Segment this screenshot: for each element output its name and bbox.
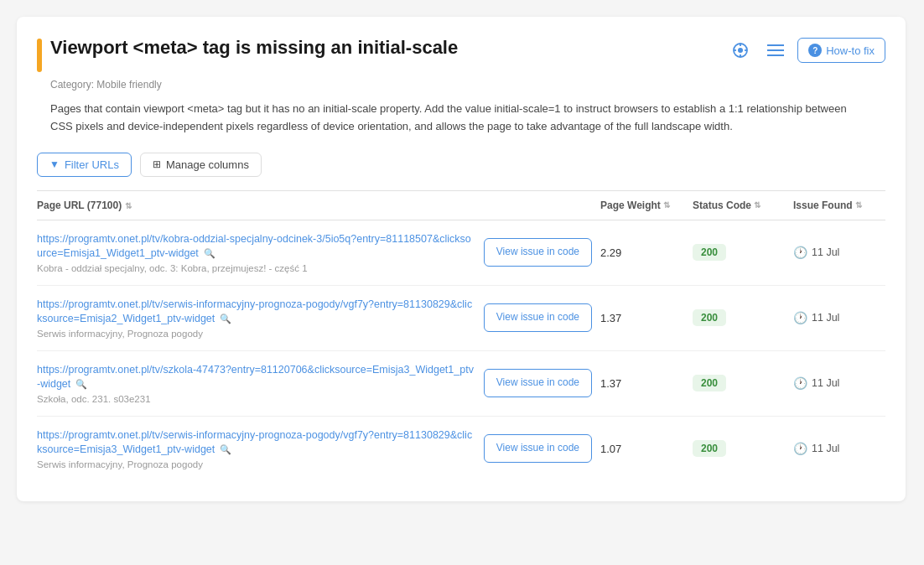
- url-link[interactable]: https://programtv.onet.pl/tv/szkola-4747…: [37, 364, 474, 391]
- url-link[interactable]: https://programtv.onet.pl/tv/kobra-oddzi…: [37, 233, 471, 260]
- sort-found-icon[interactable]: ⇅: [855, 200, 862, 210]
- url-subtitle: Serwis informacyjny, Prognoza pogody: [37, 329, 475, 339]
- page-weight-cell: 1.37: [600, 377, 693, 390]
- search-inline-icon: 🔍: [217, 444, 231, 454]
- url-cell: https://programtv.onet.pl/tv/kobra-oddzi…: [37, 232, 600, 273]
- calendar-icon: 🕐: [793, 311, 807, 324]
- url-subtitle: Szkoła, odc. 231. s03e231: [37, 394, 475, 404]
- url-text-area: https://programtv.onet.pl/tv/szkola-4747…: [37, 363, 475, 404]
- page-container: Viewport <meta> tag is missing an initia…: [17, 17, 906, 501]
- status-badge: 200: [693, 244, 726, 261]
- calendar-icon: 🕐: [793, 442, 807, 455]
- url-with-btn: https://programtv.onet.pl/tv/serwis-info…: [37, 428, 592, 469]
- col-header-status: Status Code ⇅: [693, 200, 793, 211]
- issue-date: 11 Jul: [812, 443, 839, 454]
- table-row: https://programtv.onet.pl/tv/serwis-info…: [37, 286, 885, 351]
- url-subtitle: Kobra - oddział specjalny, odc. 3: Kobra…: [37, 263, 475, 273]
- sort-url-icon[interactable]: ⇅: [125, 201, 132, 210]
- how-to-fix-label: How-to fix: [826, 44, 875, 57]
- header: Viewport <meta> tag is missing an initia…: [37, 37, 885, 72]
- issue-found-cell: 🕐 11 Jul: [793, 311, 885, 324]
- calendar-icon: 🕐: [793, 376, 807, 390]
- issue-found-cell: 🕐 11 Jul: [793, 246, 885, 259]
- issue-date: 11 Jul: [812, 377, 839, 389]
- url-link[interactable]: https://programtv.onet.pl/tv/serwis-info…: [37, 429, 472, 456]
- url-text-area: https://programtv.onet.pl/tv/serwis-info…: [37, 298, 475, 339]
- sort-status-icon[interactable]: ⇅: [754, 200, 760, 210]
- col-header-found: Issue Found ⇅: [793, 200, 885, 211]
- issue-date: 11 Jul: [812, 312, 839, 324]
- search-inline-icon: 🔍: [73, 379, 87, 389]
- status-code-cell: 200: [693, 244, 793, 261]
- url-with-btn: https://programtv.onet.pl/tv/serwis-info…: [37, 298, 592, 339]
- page-weight-cell: 1.37: [600, 312, 693, 324]
- filter-icon: ▼: [49, 158, 60, 170]
- view-issue-button[interactable]: View issue in code: [484, 369, 592, 397]
- view-issue-button[interactable]: View issue in code: [484, 303, 592, 332]
- status-code-cell: 200: [693, 440, 793, 457]
- category-label: Category: Mobile friendly: [50, 79, 885, 91]
- col-header-url: Page URL (77100) ⇅: [37, 200, 600, 211]
- page-weight-cell: 1.07: [600, 443, 693, 455]
- status-code-cell: 200: [693, 309, 793, 326]
- title-area: Viewport <meta> tag is missing an initia…: [37, 37, 458, 72]
- filter-urls-button[interactable]: ▼ Filter URLs: [37, 153, 132, 177]
- url-cell: https://programtv.onet.pl/tv/serwis-info…: [37, 298, 600, 339]
- view-issue-button[interactable]: View issue in code: [484, 238, 592, 267]
- url-cell: https://programtv.onet.pl/tv/serwis-info…: [37, 428, 600, 469]
- table-row: https://programtv.onet.pl/tv/serwis-info…: [37, 417, 885, 481]
- manage-columns-button[interactable]: ⊞ Manage columns: [140, 153, 262, 177]
- search-inline-icon: 🔍: [201, 248, 215, 258]
- issue-found-cell: 🕐 11 Jul: [793, 376, 885, 390]
- url-link[interactable]: https://programtv.onet.pl/tv/serwis-info…: [37, 298, 472, 325]
- filter-label: Filter URLs: [65, 158, 119, 171]
- manage-columns-icon: ⊞: [153, 158, 161, 170]
- page-description: Pages that contain viewport <meta> tag b…: [50, 101, 855, 136]
- url-subtitle: Serwis informacyjny, Prognoza pogody: [37, 459, 475, 469]
- table-row: https://programtv.onet.pl/tv/kobra-oddzi…: [37, 220, 885, 286]
- table-row: https://programtv.onet.pl/tv/szkola-4747…: [37, 351, 885, 417]
- lines-icon-button[interactable]: [762, 37, 789, 64]
- issue-found-cell: 🕐 11 Jul: [793, 442, 885, 455]
- url-text-area: https://programtv.onet.pl/tv/serwis-info…: [37, 428, 475, 469]
- url-with-btn: https://programtv.onet.pl/tv/kobra-oddzi…: [37, 232, 592, 273]
- svg-point-1: [738, 48, 743, 53]
- search-inline-icon: 🔍: [217, 314, 231, 324]
- url-cell: https://programtv.onet.pl/tv/szkola-4747…: [37, 363, 600, 404]
- status-badge: 200: [693, 309, 726, 326]
- issue-date: 11 Jul: [812, 246, 839, 258]
- calendar-icon: 🕐: [793, 246, 807, 259]
- url-with-btn: https://programtv.onet.pl/tv/szkola-4747…: [37, 363, 592, 404]
- sort-weight-icon[interactable]: ⇅: [663, 200, 670, 210]
- page-weight-cell: 2.29: [600, 246, 693, 259]
- status-badge: 200: [693, 375, 726, 391]
- manage-columns-label: Manage columns: [166, 158, 249, 171]
- table-body: https://programtv.onet.pl/tv/kobra-oddzi…: [37, 220, 885, 481]
- how-to-fix-button[interactable]: ? How-to fix: [797, 38, 885, 63]
- view-issue-button[interactable]: View issue in code: [484, 434, 592, 463]
- header-actions: ? How-to fix: [727, 37, 885, 64]
- data-table: Page URL (77100) ⇅ Page Weight ⇅ Status …: [37, 190, 885, 481]
- col-header-weight: Page Weight ⇅: [600, 200, 693, 211]
- title-bar-accent: [37, 39, 42, 72]
- status-badge: 200: [693, 440, 726, 457]
- page-title: Viewport <meta> tag is missing an initia…: [50, 37, 458, 59]
- toolbar: ▼ Filter URLs ⊞ Manage columns: [37, 153, 885, 177]
- status-code-cell: 200: [693, 375, 793, 391]
- circular-icon-button[interactable]: [727, 37, 754, 64]
- url-text-area: https://programtv.onet.pl/tv/kobra-oddzi…: [37, 232, 475, 273]
- table-header: Page URL (77100) ⇅ Page Weight ⇅ Status …: [37, 191, 885, 220]
- how-to-fix-icon: ?: [808, 44, 822, 57]
